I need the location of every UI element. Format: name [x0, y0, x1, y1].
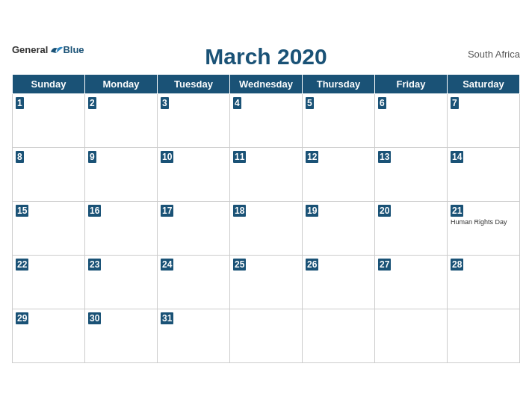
calendar-cell: 18	[230, 201, 303, 255]
calendar-cell: 11	[230, 147, 303, 201]
day-number: 24	[161, 259, 173, 271]
calendar-table: Sunday Monday Tuesday Wednesday Thursday…	[12, 74, 520, 363]
day-number: 12	[306, 151, 318, 164]
day-number: 23	[88, 259, 101, 271]
day-number: 17	[161, 205, 173, 217]
calendar-wrapper: General Blue March 2020 South Africa Sun…	[0, 37, 532, 375]
calendar-cell: 26	[303, 255, 375, 309]
day-number: 27	[378, 259, 391, 271]
day-number: 10	[161, 151, 173, 164]
calendar-cell	[375, 309, 448, 362]
day-number: 9	[88, 151, 96, 164]
calendar-cell: 6	[375, 93, 448, 147]
day-number: 20	[378, 205, 391, 217]
day-number: 26	[306, 259, 318, 271]
calendar-cell: 29	[13, 309, 85, 362]
logo-text: General Blue	[12, 44, 84, 55]
logo-bird-icon	[49, 45, 63, 55]
calendar-cell: 27	[375, 255, 448, 309]
calendar-cell: 15	[13, 201, 85, 255]
calendar-cell: 4	[230, 93, 303, 147]
day-number: 13	[378, 151, 391, 164]
day-number: 19	[306, 205, 318, 217]
calendar-cell: 22	[13, 255, 85, 309]
calendar-cell: 1	[13, 93, 85, 147]
calendar-cell: 17	[158, 201, 230, 255]
col-tuesday: Tuesday	[158, 74, 230, 93]
calendar-cell: 2	[85, 93, 158, 147]
calendar-cell: 14	[448, 147, 520, 201]
calendar-cell: 8	[13, 147, 85, 201]
day-number: 11	[233, 151, 246, 164]
day-number: 8	[16, 151, 24, 164]
day-number: 6	[378, 97, 386, 110]
days-of-week-row: Sunday Monday Tuesday Wednesday Thursday…	[13, 74, 520, 93]
calendar-cell: 28	[448, 255, 520, 309]
calendar-cell: 25	[230, 255, 303, 309]
col-friday: Friday	[375, 74, 448, 93]
calendar-cell: 30	[85, 309, 158, 362]
calendar-cell: 7	[448, 93, 520, 147]
calendar-cell: 9	[85, 147, 158, 201]
calendar-cell: 5	[303, 93, 375, 147]
logo-general-text: General	[12, 44, 48, 55]
day-number: 15	[16, 205, 28, 217]
calendar-cell	[448, 309, 520, 362]
day-number: 14	[451, 151, 463, 164]
day-number: 29	[16, 312, 28, 325]
logo-blue-text: Blue	[63, 44, 84, 55]
calendar-cell: 20	[375, 201, 448, 255]
col-sunday: Sunday	[13, 74, 85, 93]
day-number: 25	[233, 259, 246, 271]
day-number: 18	[233, 205, 246, 217]
calendar-cell	[303, 309, 375, 362]
day-number: 4	[233, 97, 241, 110]
country-label: South Africa	[468, 49, 520, 60]
calendar-body: 123456789101112131415161718192021Human R…	[13, 93, 520, 362]
calendar-week-row: 15161718192021Human Rights Day	[13, 201, 520, 255]
calendar-cell: 19	[303, 201, 375, 255]
calendar-cell: 3	[158, 93, 230, 147]
calendar-cell: 31	[158, 309, 230, 362]
day-number: 2	[88, 97, 96, 110]
calendar-cell: 12	[303, 147, 375, 201]
calendar-cell	[230, 309, 303, 362]
col-wednesday: Wednesday	[230, 74, 303, 93]
col-monday: Monday	[85, 74, 158, 93]
calendar-header: General Blue March 2020 South Africa	[12, 44, 520, 69]
day-number: 16	[88, 205, 101, 217]
day-number: 21	[451, 205, 463, 217]
logo-area: General Blue	[12, 44, 84, 55]
day-number: 28	[451, 259, 463, 271]
col-thursday: Thursday	[303, 74, 375, 93]
col-saturday: Saturday	[448, 74, 520, 93]
calendar-title: March 2020	[205, 44, 327, 69]
calendar-cell: 16	[85, 201, 158, 255]
calendar-week-row: 22232425262728	[13, 255, 520, 309]
day-number: 3	[161, 97, 169, 110]
calendar-week-row: 293031	[13, 309, 520, 362]
calendar-week-row: 1234567	[13, 93, 520, 147]
calendar-cell: 21Human Rights Day	[448, 201, 520, 255]
day-number: 5	[306, 97, 314, 110]
calendar-cell: 10	[158, 147, 230, 201]
calendar-cell: 24	[158, 255, 230, 309]
holiday-label: Human Rights Day	[451, 218, 516, 226]
day-number: 22	[16, 259, 28, 271]
calendar-cell: 13	[375, 147, 448, 201]
day-number: 1	[16, 97, 24, 110]
calendar-week-row: 891011121314	[13, 147, 520, 201]
calendar-cell: 23	[85, 255, 158, 309]
day-number: 7	[451, 97, 459, 110]
day-number: 30	[88, 312, 101, 325]
day-number: 31	[161, 312, 173, 325]
